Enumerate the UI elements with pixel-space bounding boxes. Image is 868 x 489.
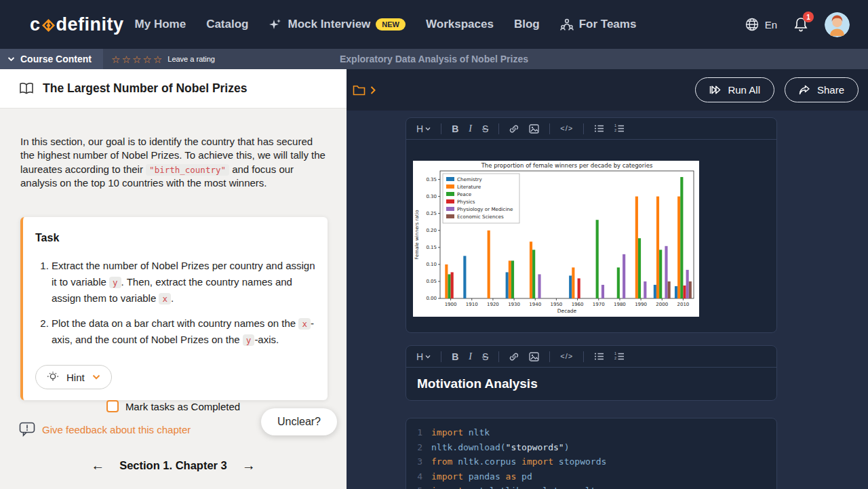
unclear-button[interactable]: Unclear? bbox=[261, 408, 337, 435]
svg-text:Literature: Literature bbox=[457, 184, 481, 190]
notebook-chart: The proportion of female winners per dec… bbox=[413, 161, 699, 317]
task-item: Extract the number of Nobel Prizes per c… bbox=[52, 258, 315, 307]
code-editor[interactable]: 1import nltk2nltk.download("stopwords")3… bbox=[406, 418, 776, 489]
mark-completed-checkbox[interactable] bbox=[106, 400, 119, 412]
svg-text:Physics: Physics bbox=[457, 199, 475, 205]
people-icon bbox=[560, 18, 574, 31]
svg-text:1: 1 bbox=[614, 124, 616, 128]
svg-text:0.05: 0.05 bbox=[426, 279, 437, 284]
lesson-intro: In this section, our goal is to identify… bbox=[0, 119, 347, 190]
svg-text:1910: 1910 bbox=[466, 302, 478, 307]
code-line[interactable]: 5import matplotlib.pyplot as plt bbox=[416, 484, 767, 489]
workspace-actions: Run All Share bbox=[695, 77, 859, 102]
section-navigation: ← Section 1. Chapter 3 → bbox=[0, 458, 347, 472]
star-outline-icon[interactable]: ☆ bbox=[111, 54, 120, 64]
inline-code: x bbox=[159, 293, 171, 305]
lightbulb-icon bbox=[47, 371, 59, 383]
toolbar-divider bbox=[498, 351, 499, 362]
folder-icon bbox=[353, 84, 366, 96]
strikethrough-button[interactable]: S bbox=[482, 352, 488, 361]
italic-button[interactable]: I bbox=[469, 124, 472, 134]
svg-text:Physiology or Medicine: Physiology or Medicine bbox=[457, 206, 513, 212]
strikethrough-button[interactable]: S bbox=[482, 124, 488, 134]
image-icon bbox=[529, 352, 539, 361]
notifications-button[interactable]: 1 bbox=[793, 16, 808, 33]
numbered-list-icon: 1 2 bbox=[614, 352, 625, 361]
link-button[interactable] bbox=[509, 124, 519, 134]
numbered-list-button[interactable]: 1 2 bbox=[614, 124, 625, 133]
code-line[interactable]: 2nltk.download("stopwords") bbox=[416, 440, 767, 455]
feedback-link[interactable]: Give feedback about this chapter bbox=[19, 422, 191, 437]
rating-stars[interactable]: ☆ ☆ ☆ ☆ ☆ bbox=[111, 54, 162, 64]
link-button[interactable] bbox=[509, 352, 519, 361]
task-item: Plot the data on a bar chart with countr… bbox=[52, 315, 315, 348]
star-outline-icon[interactable]: ☆ bbox=[121, 54, 130, 64]
link-icon bbox=[509, 352, 519, 361]
svg-text:1: 1 bbox=[614, 352, 616, 355]
run-all-button[interactable]: Run All bbox=[695, 77, 774, 102]
workspace-header: Run All Share bbox=[347, 69, 868, 111]
bold-button[interactable]: B bbox=[452, 124, 458, 134]
code-line[interactable]: 4import pandas as pd bbox=[416, 469, 767, 484]
notification-count-badge: 1 bbox=[803, 12, 814, 22]
svg-text:2000: 2000 bbox=[656, 302, 668, 307]
language-selector[interactable]: En bbox=[745, 17, 777, 32]
svg-text:0.00: 0.00 bbox=[426, 296, 437, 301]
star-outline-icon[interactable]: ☆ bbox=[142, 54, 151, 64]
code-format-button[interactable]: </> bbox=[560, 353, 573, 360]
inline-code: "birth_country" bbox=[146, 164, 229, 176]
toolbar-divider bbox=[583, 351, 584, 362]
insert-image-button[interactable] bbox=[529, 124, 539, 134]
star-outline-icon[interactable]: ☆ bbox=[153, 54, 162, 64]
chevron-down-icon bbox=[7, 56, 15, 62]
bold-button[interactable]: B bbox=[452, 352, 458, 361]
prev-chapter-arrow-icon[interactable]: ← bbox=[91, 458, 104, 472]
nav-blog[interactable]: Blog bbox=[514, 18, 540, 31]
book-icon bbox=[19, 82, 34, 95]
editor-toolbar: H B I S bbox=[406, 346, 776, 368]
code-format-button[interactable]: </> bbox=[560, 125, 573, 132]
share-label: Share bbox=[817, 84, 844, 96]
chevron-down-icon bbox=[425, 355, 431, 359]
file-tree-toggle[interactable] bbox=[353, 84, 376, 96]
nav-workspaces[interactable]: Workspaces bbox=[426, 18, 494, 31]
svg-text:1930: 1930 bbox=[508, 302, 520, 307]
notebook-scroll-area[interactable]: H B I S bbox=[347, 111, 868, 489]
nav-for-teams[interactable]: For Teams bbox=[560, 18, 637, 31]
numbered-list-icon: 1 2 bbox=[614, 124, 625, 133]
svg-text:0.30: 0.30 bbox=[426, 194, 437, 199]
next-chapter-arrow-icon[interactable]: → bbox=[242, 458, 256, 472]
sparkle-icon bbox=[269, 18, 282, 31]
nav-catalog[interactable]: Catalog bbox=[206, 18, 248, 31]
heading-format-button[interactable]: H bbox=[416, 352, 431, 361]
notebook-cell-code[interactable]: 1import nltk2nltk.download("stopwords")3… bbox=[406, 418, 777, 489]
avatar[interactable] bbox=[825, 12, 850, 37]
chevron-right-icon bbox=[370, 85, 376, 95]
leave-rating-label[interactable]: Leave a rating bbox=[167, 55, 215, 63]
bullet-list-button[interactable] bbox=[594, 124, 604, 133]
markdown-heading[interactable]: Motivation Analysis bbox=[406, 368, 776, 400]
toolbar-divider bbox=[498, 123, 499, 134]
code-line[interactable]: 3from nltk.corpus import stopwords bbox=[416, 454, 767, 469]
hint-button[interactable]: Hint bbox=[35, 365, 112, 389]
italic-button[interactable]: I bbox=[469, 352, 472, 361]
hint-label: Hint bbox=[66, 372, 85, 383]
avatar-image bbox=[825, 12, 850, 37]
nav-my-home[interactable]: My Home bbox=[135, 18, 186, 31]
codefinity-logo[interactable]: c definity bbox=[30, 14, 124, 35]
navbar-right: En 1 bbox=[745, 12, 850, 37]
svg-text:0.35: 0.35 bbox=[426, 177, 437, 182]
top-navbar: c definity My Home Catalog Mock Intervie… bbox=[0, 0, 868, 49]
heading-format-button[interactable]: H bbox=[416, 124, 431, 134]
star-outline-icon[interactable]: ☆ bbox=[132, 54, 141, 64]
code-line[interactable]: 1import nltk bbox=[416, 425, 767, 440]
insert-image-button[interactable] bbox=[529, 352, 539, 361]
logo-gem-icon bbox=[41, 18, 56, 33]
share-button[interactable]: Share bbox=[785, 77, 859, 102]
main-nav: My Home Catalog Mock Interview NEW Works… bbox=[135, 18, 637, 31]
bullet-list-button[interactable] bbox=[594, 352, 604, 361]
numbered-list-button[interactable]: 1 2 bbox=[614, 352, 625, 361]
svg-text:Female winners ratio: Female winners ratio bbox=[414, 210, 420, 259]
nav-mock-interview[interactable]: Mock Interview NEW bbox=[269, 18, 406, 31]
course-content-toggle[interactable]: Course Content bbox=[0, 49, 103, 69]
